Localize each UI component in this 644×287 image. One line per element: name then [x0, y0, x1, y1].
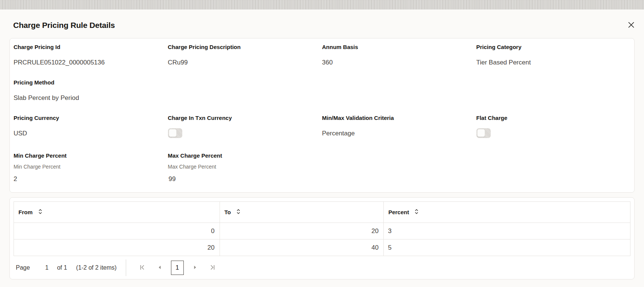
- charge-pricing-id-value: PRCRULE051022_0000005136: [14, 59, 157, 66]
- max-charge-percent-sublabel: Max Charge Percent: [168, 164, 311, 170]
- table-header-row: From To: [14, 202, 630, 223]
- charge-pricing-description-label: Charge Pricing Description: [168, 44, 311, 51]
- chevron-right-icon: [192, 264, 198, 272]
- min-max-validation-criteria-label: Min/Max Validation Criteria: [322, 115, 465, 121]
- first-page-button[interactable]: [137, 262, 148, 273]
- table-row: 0 20 3: [14, 223, 630, 239]
- row2-to-cell: 40: [220, 239, 383, 256]
- page-title: Charge Pricing Rule Details: [13, 21, 631, 30]
- last-page-icon: [209, 264, 216, 272]
- last-page-button[interactable]: [207, 262, 218, 273]
- next-page-button[interactable]: [190, 262, 200, 273]
- charge-in-txn-currency-toggle[interactable]: [168, 128, 182, 138]
- pricing-method-value: Slab Percent by Period: [14, 94, 157, 102]
- row1-to-cell: 20: [220, 223, 383, 239]
- page-label: Page: [16, 264, 30, 271]
- pricing-category-label: Pricing Category: [476, 44, 620, 51]
- page-of-label: of 1: [57, 264, 67, 271]
- column-header-to[interactable]: To: [220, 202, 383, 223]
- pricing-method-label: Pricing Method: [14, 79, 157, 86]
- min-charge-percent-sublabel: Min Charge Percent: [14, 164, 157, 170]
- close-button[interactable]: [625, 19, 637, 31]
- field-charge-pricing-id: Charge Pricing Id PRCRULE051022_00000051…: [14, 44, 168, 66]
- sort-icon[interactable]: [237, 209, 240, 216]
- modal-header: Charge Pricing Rule Details: [0, 9, 644, 38]
- percent-column-label: Percent: [388, 209, 409, 215]
- field-annum-basis: Annum Basis 360: [322, 44, 476, 66]
- row2-percent-cell: 5: [384, 239, 630, 256]
- flat-charge-label: Flat Charge: [476, 115, 620, 121]
- field-min-max-validation-criteria: Min/Max Validation Criteria Percentage: [322, 115, 476, 140]
- field-min-charge-percent: Min Charge Percent Min Charge Percent 2: [14, 152, 168, 183]
- table-row: 20 40 5: [14, 239, 630, 256]
- tier-table: From To: [14, 201, 630, 256]
- field-charge-pricing-description: Charge Pricing Description CRu99: [168, 44, 322, 66]
- field-pricing-currency: Pricing Currency USD: [14, 115, 168, 140]
- field-flat-charge: Flat Charge: [476, 115, 631, 140]
- rule-details-fieldset: Charge Pricing Id PRCRULE051022_00000051…: [9, 38, 635, 193]
- items-count-label: (1-2 of 2 items): [76, 264, 117, 271]
- close-icon: [627, 21, 635, 30]
- pagination-bar: Page 1 of 1 (1-2 of 2 items) 1: [14, 256, 630, 279]
- charge-pricing-description-value: CRu99: [168, 59, 311, 66]
- page-number-input[interactable]: 1: [40, 264, 53, 271]
- charge-pricing-rule-details-modal: Charge Pricing Rule Details Charge Prici…: [0, 9, 644, 287]
- min-charge-percent-label: Min Charge Percent: [14, 152, 157, 159]
- tier-table-card: From To: [9, 197, 635, 279]
- from-column-label: From: [18, 209, 33, 215]
- max-charge-percent-label: Max Charge Percent: [168, 152, 311, 159]
- field-pricing-method: Pricing Method Slab Percent by Period: [14, 79, 168, 102]
- field-charge-in-txn-currency: Charge In Txn Currency: [168, 115, 322, 140]
- pricing-currency-label: Pricing Currency: [14, 115, 157, 121]
- row1-percent-cell: 3: [384, 223, 630, 239]
- min-max-validation-criteria-value: Percentage: [322, 130, 465, 137]
- sort-icon[interactable]: [38, 209, 42, 216]
- current-page-button[interactable]: 1: [171, 261, 184, 275]
- toggle-knob: [169, 129, 177, 137]
- first-page-icon: [139, 264, 146, 272]
- to-column-label: To: [224, 209, 231, 215]
- pricing-category-value: Tier Based Percent: [476, 59, 620, 66]
- min-charge-percent-value: 2: [14, 175, 157, 183]
- field-row-2: Pricing Method Slab Percent by Period: [14, 79, 630, 102]
- max-charge-percent-value: 99: [168, 175, 311, 183]
- flat-charge-toggle[interactable]: [476, 128, 491, 138]
- row1-from-cell: 0: [14, 223, 220, 239]
- sort-icon[interactable]: [415, 209, 418, 216]
- field-pricing-category: Pricing Category Tier Based Percent: [476, 44, 631, 66]
- charge-pricing-id-label: Charge Pricing Id: [14, 44, 157, 51]
- previous-page-button[interactable]: [154, 262, 165, 273]
- field-row-1: Charge Pricing Id PRCRULE051022_00000051…: [14, 44, 630, 66]
- annum-basis-label: Annum Basis: [322, 44, 465, 51]
- column-header-percent[interactable]: Percent: [384, 202, 630, 223]
- toggle-knob: [477, 129, 485, 137]
- annum-basis-value: 360: [322, 59, 465, 66]
- chevron-left-icon: [156, 264, 163, 272]
- field-max-charge-percent: Max Charge Percent Max Charge Percent 99: [168, 152, 322, 183]
- field-row-4: Min Charge Percent Min Charge Percent 2 …: [14, 152, 630, 183]
- row2-from-cell: 20: [14, 239, 220, 256]
- column-header-from[interactable]: From: [14, 202, 220, 223]
- field-row-3: Pricing Currency USD Charge In Txn Curre…: [14, 115, 630, 140]
- pricing-currency-value: USD: [14, 130, 157, 137]
- pagination-divider: [126, 259, 126, 276]
- window-top-texture: [0, 0, 644, 9]
- charge-in-txn-currency-label: Charge In Txn Currency: [168, 115, 311, 121]
